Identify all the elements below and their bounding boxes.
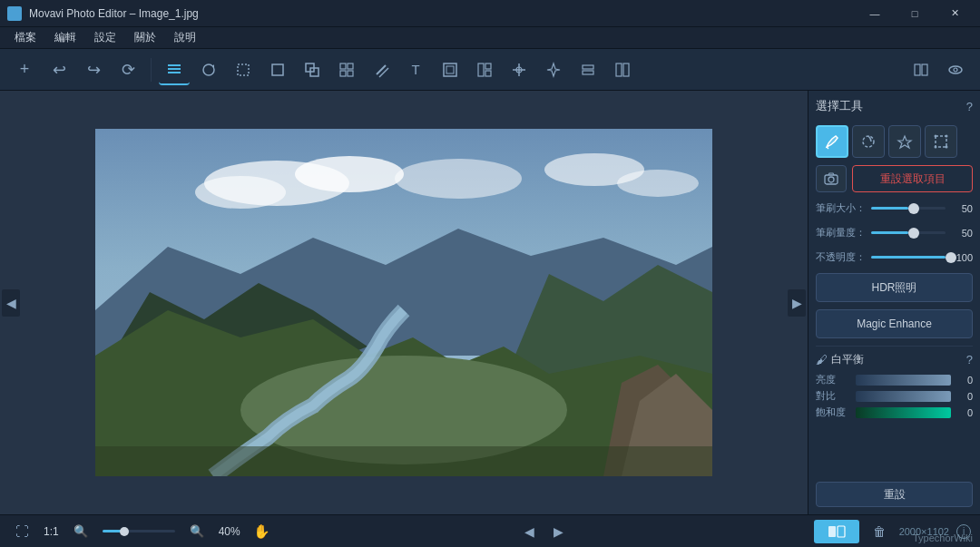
brush-hardness-fill bbox=[871, 231, 908, 234]
lasso-select-button[interactable] bbox=[852, 125, 885, 158]
hand-tool-button[interactable]: ✋ bbox=[250, 520, 275, 543]
wb-brush-icon: 🖌 bbox=[816, 353, 828, 366]
zoom-out-button[interactable]: 🔍 bbox=[68, 520, 93, 543]
wb-header: 🖌 白平衡 ? bbox=[816, 352, 973, 367]
opacity-thumb[interactable] bbox=[946, 252, 956, 263]
wb-contrast-row: 對比 0 bbox=[816, 389, 973, 403]
rotate-button[interactable] bbox=[193, 54, 224, 85]
zoom-thumb[interactable] bbox=[120, 527, 129, 536]
compare-button[interactable] bbox=[906, 54, 936, 85]
wb-saturation-row: 飽和度 0 bbox=[816, 405, 973, 419]
svg-point-29 bbox=[954, 68, 957, 72]
rect-select-button[interactable] bbox=[925, 125, 957, 158]
eye-button[interactable] bbox=[940, 54, 971, 85]
svg-rect-44 bbox=[95, 446, 712, 476]
svg-rect-17 bbox=[485, 63, 491, 69]
toolbar-separator-1 bbox=[151, 58, 152, 82]
svg-point-46 bbox=[863, 136, 874, 147]
split-button[interactable] bbox=[607, 54, 638, 85]
bottom-reset-button[interactable]: 重設 bbox=[816, 482, 973, 507]
zoom-ratio: 1:1 bbox=[44, 525, 59, 538]
wb-help-icon[interactable]: ? bbox=[966, 353, 973, 366]
white-balance-section: 🖌 白平衡 ? 亮度 0 對比 0 飽和度 bbox=[816, 346, 973, 422]
hdr-button[interactable]: HDR照明 bbox=[816, 273, 973, 302]
fit-screen-button[interactable]: ⛶ bbox=[9, 520, 34, 543]
info-icon[interactable]: i bbox=[956, 524, 971, 539]
crop-button[interactable] bbox=[262, 54, 293, 85]
wb-label: 白平衡 bbox=[831, 352, 864, 367]
status-right: 🗑 2000×1102 i bbox=[814, 520, 971, 543]
svg-rect-8 bbox=[340, 63, 346, 69]
svg-point-50 bbox=[946, 146, 948, 149]
brush-size-track[interactable] bbox=[871, 207, 946, 210]
add-button[interactable]: + bbox=[9, 54, 40, 85]
svg-rect-4 bbox=[238, 64, 249, 75]
svg-rect-18 bbox=[485, 71, 491, 76]
wb-contrast-value: 0 bbox=[955, 391, 973, 402]
menu-about[interactable]: 關於 bbox=[127, 28, 163, 47]
title-bar-left: Movavi Photo Editor – Image_1.jpg bbox=[7, 6, 199, 21]
history-button[interactable]: ⟳ bbox=[113, 54, 143, 85]
svg-rect-47 bbox=[936, 136, 946, 147]
main-content: ◀ bbox=[0, 91, 980, 514]
window-controls: — □ ✕ bbox=[857, 5, 973, 23]
svg-rect-14 bbox=[444, 63, 456, 76]
maximize-button[interactable]: □ bbox=[897, 5, 933, 23]
menu-help[interactable]: 說明 bbox=[167, 28, 203, 47]
frames-button[interactable] bbox=[435, 54, 466, 85]
redo-button[interactable]: ↪ bbox=[78, 54, 109, 85]
clone-button[interactable] bbox=[504, 54, 534, 85]
menu-settings[interactable]: 設定 bbox=[87, 28, 123, 47]
brush-hardness-row: 筆刷量度： 50 bbox=[816, 226, 973, 239]
collage-button[interactable] bbox=[469, 54, 500, 85]
panel-help-icon[interactable]: ? bbox=[966, 100, 973, 113]
delete-button[interactable]: 🗑 bbox=[867, 520, 892, 543]
brush-hardness-thumb[interactable] bbox=[908, 228, 919, 239]
menu-edit[interactable]: 編輯 bbox=[47, 28, 83, 47]
reset-sampling-button[interactable]: 重設選取項目 bbox=[852, 165, 973, 192]
prev-image-button[interactable]: ◀ bbox=[519, 521, 541, 542]
svg-point-51 bbox=[935, 146, 937, 149]
transform-button[interactable] bbox=[228, 54, 259, 85]
right-nav-button[interactable]: ▶ bbox=[788, 289, 806, 317]
toolbar: + ↩ ↪ ⟳ bbox=[0, 49, 980, 91]
zoom-slider[interactable] bbox=[103, 530, 175, 532]
opacity-label: 不透明度： bbox=[816, 250, 866, 264]
wb-contrast-track[interactable] bbox=[856, 391, 951, 402]
svg-rect-5 bbox=[272, 64, 283, 75]
wb-brightness-track[interactable] bbox=[856, 375, 951, 386]
pin-button[interactable] bbox=[538, 54, 569, 85]
status-bar: ⛶ 1:1 🔍 🔍 40% ✋ ◀ ▶ 🗑 2000×1102 i bbox=[0, 514, 980, 547]
overlay-button[interactable] bbox=[331, 54, 362, 85]
opacity-track[interactable] bbox=[871, 256, 946, 259]
image-size: 2000×1102 bbox=[899, 526, 949, 537]
resize-button[interactable] bbox=[297, 54, 328, 85]
view-toggle-button[interactable] bbox=[814, 520, 859, 543]
filters-button[interactable] bbox=[159, 54, 190, 85]
color-select-button[interactable] bbox=[888, 125, 921, 158]
wb-saturation-track[interactable] bbox=[856, 407, 951, 418]
svg-rect-55 bbox=[838, 526, 845, 537]
undo-button[interactable]: ↩ bbox=[44, 54, 74, 85]
camera-button[interactable] bbox=[816, 165, 847, 192]
menu-file[interactable]: 檔案 bbox=[7, 28, 44, 47]
minimize-button[interactable]: — bbox=[857, 5, 893, 23]
svg-rect-9 bbox=[348, 63, 353, 69]
svg-rect-27 bbox=[922, 64, 927, 75]
next-image-button[interactable]: ▶ bbox=[548, 521, 570, 542]
svg-point-36 bbox=[617, 170, 699, 197]
toolbar-right bbox=[906, 54, 971, 85]
svg-rect-11 bbox=[348, 71, 353, 76]
left-nav-button[interactable]: ◀ bbox=[2, 289, 20, 317]
brush-size-thumb[interactable] bbox=[908, 203, 919, 214]
magic-enhance-button[interactable]: Magic Enhance bbox=[816, 309, 973, 338]
right-panel: 選擇工具 ? bbox=[808, 91, 980, 514]
brush-select-button[interactable] bbox=[816, 125, 848, 158]
text-button[interactable]: T bbox=[400, 54, 431, 85]
layers-button[interactable] bbox=[573, 54, 603, 85]
brush-hardness-track[interactable] bbox=[871, 231, 946, 234]
close-button[interactable]: ✕ bbox=[936, 5, 973, 23]
erase-button[interactable] bbox=[366, 54, 397, 85]
brush-size-value: 50 bbox=[951, 203, 973, 214]
zoom-in-button[interactable]: 🔍 bbox=[184, 520, 210, 543]
